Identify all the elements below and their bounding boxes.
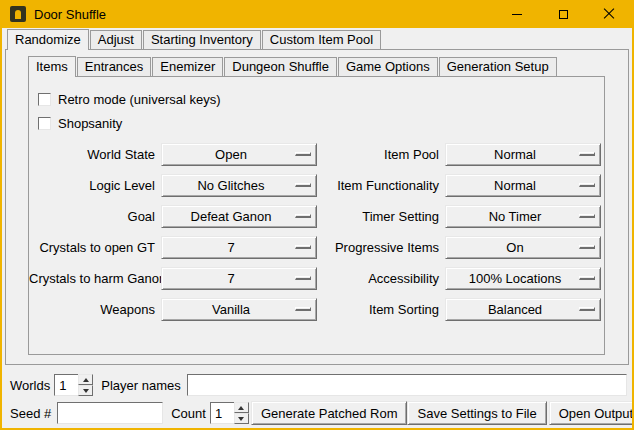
dropdown-indicator-icon (295, 214, 311, 218)
weapons-label: Weapons (29, 302, 155, 317)
count-label: Count (171, 406, 206, 421)
count-spin-up-button[interactable] (234, 402, 249, 413)
item-functionality-value: Normal (494, 178, 536, 193)
weapons-value: Vanilla (212, 302, 250, 317)
arrow-down-icon (238, 417, 244, 421)
item-functionality-label: Item Functionality (323, 178, 439, 193)
dropdown-indicator-icon (295, 183, 311, 187)
count-spin-down-button[interactable] (234, 413, 249, 424)
options-grid: World State Open Item Pool Normal Logic … (29, 143, 604, 321)
tab-starting-inventory[interactable]: Starting Inventory (143, 30, 261, 49)
randomize-pane: Items Entrances Enemizer Dungeon Shuffle… (5, 49, 629, 365)
crystals-gt-label: Crystals to open GT (29, 240, 155, 255)
dropdown-indicator-icon (579, 245, 595, 249)
item-sorting-dropdown[interactable]: Balanced (445, 298, 601, 321)
open-output-directory-button[interactable]: Open Output Directory (549, 401, 632, 425)
item-pool-dropdown[interactable]: Normal (445, 143, 601, 166)
checkbox-group: Retro mode (universal keys) Shopsanity (29, 77, 604, 135)
item-functionality-dropdown[interactable]: Normal (445, 174, 601, 197)
crystals-ganon-value: 7 (227, 271, 234, 286)
main-tab-bar: Randomize Adjust Starting Inventory Cust… (2, 28, 632, 49)
worlds-row: Worlds Player names (10, 374, 627, 396)
app-icon (10, 6, 26, 22)
generate-patched-rom-button[interactable]: Generate Patched Rom (251, 401, 408, 425)
tab-game-options[interactable]: Game Options (338, 57, 438, 76)
window-title: Door Shuffle (34, 7, 106, 22)
tab-generation-setup[interactable]: Generation Setup (439, 57, 557, 76)
crystals-gt-dropdown[interactable]: 7 (161, 236, 317, 259)
worlds-input[interactable] (54, 374, 78, 396)
crystals-ganon-label: Crystals to harm Ganon (29, 271, 155, 286)
close-button[interactable] (586, 0, 632, 28)
tab-dungeon-shuffle[interactable]: Dungeon Shuffle (224, 57, 337, 76)
retro-mode-checkbox-row[interactable]: Retro mode (universal keys) (38, 87, 604, 111)
arrow-up-icon (238, 406, 244, 410)
dropdown-indicator-icon (295, 245, 311, 249)
world-state-label: World State (29, 147, 155, 162)
goal-value: Defeat Ganon (191, 209, 272, 224)
player-names-label: Player names (101, 378, 180, 393)
world-state-dropdown[interactable]: Open (161, 143, 317, 166)
save-settings-button[interactable]: Save Settings to File (407, 401, 546, 425)
count-input[interactable] (210, 402, 234, 424)
window-controls (494, 0, 632, 28)
worlds-spin-down-button[interactable] (78, 385, 93, 396)
accessibility-dropdown[interactable]: 100% Locations (445, 267, 601, 290)
progressive-items-value: On (506, 240, 523, 255)
dropdown-indicator-icon (579, 183, 595, 187)
seed-row: Seed # Count Generate Patched Rom Save S… (10, 401, 627, 425)
close-icon (603, 8, 615, 20)
item-pool-value: Normal (494, 147, 536, 162)
goal-label: Goal (29, 209, 155, 224)
dropdown-indicator-icon (579, 214, 595, 218)
worlds-spin-up-button[interactable] (78, 374, 93, 385)
worlds-spin-buttons (78, 374, 93, 396)
item-sorting-value: Balanced (488, 302, 542, 317)
bottom-controls: Worlds Player names Seed # Count (2, 365, 632, 425)
world-state-value: Open (215, 147, 247, 162)
seed-input[interactable] (57, 402, 163, 424)
crystals-gt-value: 7 (227, 240, 234, 255)
shopsanity-label: Shopsanity (58, 116, 122, 131)
tab-enemizer[interactable]: Enemizer (152, 57, 223, 76)
seed-label: Seed # (10, 406, 51, 421)
timer-setting-label: Timer Setting (323, 209, 439, 224)
shopsanity-checkbox[interactable] (38, 117, 51, 130)
shopsanity-checkbox-row[interactable]: Shopsanity (38, 111, 604, 135)
timer-setting-dropdown[interactable]: No Timer (445, 205, 601, 228)
retro-mode-checkbox[interactable] (38, 93, 51, 106)
goal-dropdown[interactable]: Defeat Ganon (161, 205, 317, 228)
tab-entrances[interactable]: Entrances (77, 57, 152, 76)
crystals-ganon-dropdown[interactable]: 7 (161, 267, 317, 290)
count-spin-buttons (234, 402, 249, 424)
sub-tab-bar: Items Entrances Enemizer Dungeon Shuffle… (6, 56, 628, 76)
dropdown-indicator-icon (579, 152, 595, 156)
window: Door Shuffle Randomize Adjust Starting I… (0, 0, 634, 430)
dropdown-indicator-icon (579, 276, 595, 280)
minimize-icon (512, 14, 522, 15)
maximize-icon (559, 10, 568, 19)
maximize-button[interactable] (540, 0, 586, 28)
tab-randomize[interactable]: Randomize (7, 29, 89, 50)
window-content: Randomize Adjust Starting Inventory Cust… (2, 28, 632, 428)
player-names-input[interactable] (187, 374, 627, 396)
minimize-button[interactable] (494, 0, 540, 28)
accessibility-value: 100% Locations (469, 271, 562, 286)
weapons-dropdown[interactable]: Vanilla (161, 298, 317, 321)
dropdown-indicator-icon (295, 276, 311, 280)
arrow-up-icon (83, 378, 89, 382)
dropdown-indicator-icon (295, 152, 311, 156)
titlebar[interactable]: Door Shuffle (2, 0, 632, 28)
arrow-down-icon (83, 389, 89, 393)
dropdown-indicator-icon (579, 307, 595, 311)
logic-level-value: No Glitches (197, 178, 264, 193)
tab-custom-item-pool[interactable]: Custom Item Pool (262, 30, 381, 49)
tab-adjust[interactable]: Adjust (90, 30, 142, 49)
progressive-items-dropdown[interactable]: On (445, 236, 601, 259)
logic-level-dropdown[interactable]: No Glitches (161, 174, 317, 197)
logic-level-label: Logic Level (29, 178, 155, 193)
items-pane: Retro mode (universal keys) Shopsanity W… (28, 76, 605, 355)
count-spinner (210, 402, 249, 424)
tab-items[interactable]: Items (28, 56, 76, 77)
accessibility-label: Accessibility (323, 271, 439, 286)
